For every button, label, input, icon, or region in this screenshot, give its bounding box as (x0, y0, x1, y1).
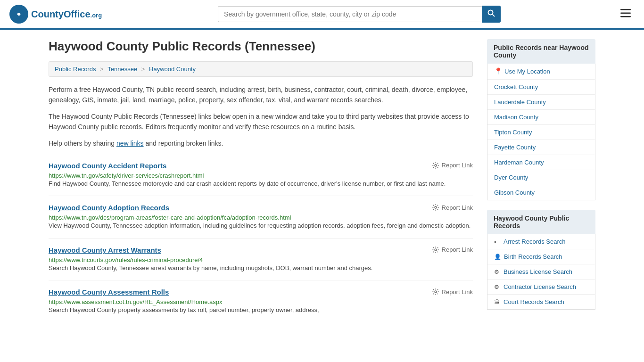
new-links-link[interactable]: new links (116, 140, 144, 147)
report-link-button[interactable]: Report Link (432, 162, 473, 169)
report-link-label: Report Link (442, 246, 473, 253)
public-record-item[interactable]: ⚙ Contractor License Search (487, 280, 595, 295)
public-record-icon: 🏛 (494, 299, 501, 305)
report-link-label: Report Link (442, 162, 473, 169)
record-item: Haywood County Assessment Rolls Report L… (49, 280, 473, 322)
breadcrumb-sep-1: > (100, 66, 105, 73)
public-records-header: Haywood County Public Records (487, 210, 595, 234)
svg-point-9 (435, 249, 437, 251)
use-location-item[interactable]: 📍 Use My Location (487, 64, 595, 80)
record-item: Haywood County Adoption Records Report L… (49, 196, 473, 239)
record-url[interactable]: https://www.tn.gov/dcs/program-areas/fos… (49, 214, 291, 221)
breadcrumb: Public Records > Tennessee > Haywood Cou… (49, 61, 473, 77)
record-description: View Haywood County, Tennessee adoption … (49, 221, 473, 230)
public-record-link[interactable]: Contractor License Search (504, 283, 576, 290)
breadcrumb-tennessee[interactable]: Tennessee (107, 66, 137, 73)
report-link-button[interactable]: Report Link (432, 204, 473, 211)
records-list: Haywood County Accident Reports Report L… (49, 154, 473, 322)
nearby-county-item[interactable]: Madison County (487, 110, 595, 125)
hamburger-icon (620, 9, 631, 17)
svg-rect-4 (620, 9, 631, 10)
intro3-suffix: and reporting broken links. (144, 140, 223, 147)
nearby-county-item[interactable]: Gibson County (487, 185, 595, 200)
sidebar: Public Records near Haywood County 📍 Use… (487, 39, 595, 322)
search-bar (218, 6, 501, 23)
logo-text: CountyOffice.org (31, 9, 102, 20)
record-url[interactable]: https://www.tn.gov/safety/driver-service… (49, 172, 204, 179)
intro-paragraph-3: Help others by sharing new links and rep… (49, 138, 473, 148)
record-item: Haywood County Arrest Warrants Report Li… (49, 239, 473, 281)
search-input[interactable] (218, 6, 482, 22)
nearby-county-item[interactable]: Dyer County (487, 170, 595, 185)
nearby-header: Public Records near Haywood County (487, 39, 595, 64)
use-location-label: Use My Location (504, 68, 550, 75)
record-header: Haywood County Adoption Records Report L… (49, 204, 473, 212)
public-records-list: ▪ Arrest Records Search 👤 Birth Records … (487, 234, 595, 310)
svg-line-3 (493, 15, 495, 17)
svg-point-2 (488, 10, 493, 15)
public-records-section: Haywood County Public Records ▪ Arrest R… (487, 210, 595, 310)
public-record-item[interactable]: 👤 Birth Records Search (487, 249, 595, 264)
svg-point-8 (435, 206, 437, 208)
public-record-item[interactable]: 🏛 Court Records Search (487, 295, 595, 309)
record-description: Find Haywood County, Tennessee motorcycl… (49, 179, 473, 189)
svg-rect-5 (620, 13, 631, 14)
logo-icon (9, 5, 28, 24)
nearby-counties-section: Public Records near Haywood County 📍 Use… (487, 39, 595, 200)
record-url[interactable]: https://www.assessment.cot.tn.gov/RE_Ass… (49, 298, 222, 305)
record-title[interactable]: Haywood County Accident Reports (49, 162, 166, 170)
intro-paragraph-1: Perform a free Haywood County, TN public… (49, 84, 473, 106)
nearby-county-item[interactable]: Tipton County (487, 125, 595, 140)
nearby-county-link[interactable]: Lauderdale County (487, 95, 595, 109)
intro3-prefix: Help others by sharing (49, 140, 116, 147)
main-container: Haywood County Public Records (Tennessee… (39, 30, 605, 332)
logo-area: CountyOffice.org (9, 5, 102, 24)
record-header: Haywood County Assessment Rolls Report L… (49, 288, 473, 296)
public-record-icon: ⚙ (494, 284, 501, 290)
report-link-button[interactable]: Report Link (432, 288, 473, 296)
breadcrumb-haywood[interactable]: Haywood County (149, 66, 196, 73)
report-link-label: Report Link (442, 288, 473, 296)
record-title[interactable]: Haywood County Arrest Warrants (49, 246, 161, 254)
record-header: Haywood County Arrest Warrants Report Li… (49, 246, 473, 254)
record-header: Haywood County Accident Reports Report L… (49, 162, 473, 170)
nearby-county-item[interactable]: Lauderdale County (487, 95, 595, 110)
record-url[interactable]: https://www.tncourts.gov/rules/rules-cri… (49, 256, 203, 263)
hamburger-menu-button[interactable] (617, 6, 635, 22)
breadcrumb-public-records[interactable]: Public Records (55, 66, 96, 73)
public-record-link[interactable]: Birth Records Search (504, 253, 562, 260)
nearby-county-link[interactable]: Crockett County (487, 80, 595, 94)
public-record-link[interactable]: Arrest Records Search (504, 238, 566, 245)
record-title[interactable]: Haywood County Adoption Records (49, 204, 169, 212)
nearby-list: 📍 Use My Location Crockett CountyLauderd… (487, 64, 595, 200)
nearby-county-link[interactable]: Dyer County (487, 170, 595, 185)
intro-paragraph-2: The Haywood County Public Records (Tenne… (49, 111, 473, 132)
svg-point-7 (435, 165, 437, 166)
nearby-county-link[interactable]: Hardeman County (487, 155, 595, 170)
report-link-icon (432, 288, 439, 296)
public-record-link[interactable]: Court Records Search (504, 298, 564, 305)
nearby-county-link[interactable]: Gibson County (487, 185, 595, 200)
report-link-button[interactable]: Report Link (432, 246, 473, 254)
svg-point-10 (435, 291, 437, 293)
record-description: Search Haywood County property assessmen… (49, 305, 473, 315)
header: CountyOffice.org (0, 0, 644, 30)
nearby-county-link[interactable]: Tipton County (487, 125, 595, 140)
nearby-county-item[interactable]: Crockett County (487, 80, 595, 95)
public-record-item[interactable]: ⚙ Business License Search (487, 264, 595, 280)
public-record-icon: 👤 (494, 254, 501, 260)
report-link-icon (432, 204, 439, 211)
record-title[interactable]: Haywood County Assessment Rolls (49, 288, 169, 296)
nearby-county-link[interactable]: Madison County (487, 110, 595, 124)
public-record-link[interactable]: Business License Search (504, 268, 572, 275)
nearby-county-item[interactable]: Hardeman County (487, 155, 595, 170)
location-icon: 📍 (494, 67, 502, 75)
search-button[interactable] (482, 6, 501, 23)
nearby-county-link[interactable]: Fayette County (487, 140, 595, 155)
svg-rect-6 (620, 16, 631, 17)
public-record-item[interactable]: ▪ Arrest Records Search (487, 234, 595, 249)
public-record-icon: ▪ (494, 239, 501, 245)
nearby-county-item[interactable]: Fayette County (487, 140, 595, 155)
record-item: Haywood County Accident Reports Report L… (49, 154, 473, 197)
page-title: Haywood County Public Records (Tennessee… (49, 39, 473, 54)
